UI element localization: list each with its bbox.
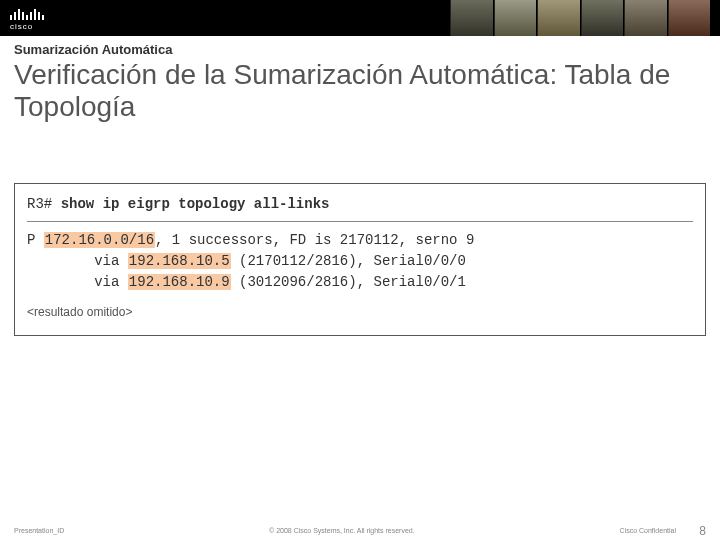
brand-name: cisco	[10, 22, 33, 31]
prompt: R3#	[27, 196, 52, 212]
divider	[27, 221, 693, 222]
topology-line-1: P 172.16.0.0/16, 1 successors, FD is 217…	[27, 230, 693, 251]
confidential-text: Cisco Confidential	[620, 527, 676, 534]
footer: Presentation_ID © 2008 Cisco Systems, In…	[0, 527, 720, 534]
page-title: Verificación de la Sumarización Automáti…	[0, 57, 720, 123]
command-text: show ip eigrp topology all-links	[61, 196, 330, 212]
copyright-text: © 2008 Cisco Systems, Inc. All rights re…	[64, 527, 619, 534]
header-image-strip	[450, 0, 710, 36]
top-bar: cisco	[0, 0, 720, 36]
section-label: Sumarización Automática	[0, 36, 720, 57]
terminal-output: R3# show ip eigrp topology all-links P 1…	[14, 183, 706, 336]
output-omitted: <resultado omitido>	[27, 303, 693, 321]
highlight-network: 172.16.0.0/16	[44, 232, 155, 248]
highlight-via-2: 192.168.10.9	[128, 274, 231, 290]
terminal-command-line: R3# show ip eigrp topology all-links	[27, 194, 693, 215]
topology-line-3: via 192.168.10.9 (3012096/2816), Serial0…	[27, 272, 693, 293]
presentation-id: Presentation_ID	[14, 527, 64, 534]
page-number: 8	[699, 524, 706, 538]
highlight-via-1: 192.168.10.5	[128, 253, 231, 269]
topology-line-2: via 192.168.10.5 (2170112/2816), Serial0…	[27, 251, 693, 272]
cisco-bars-icon	[10, 6, 44, 20]
cisco-logo: cisco	[10, 6, 44, 31]
